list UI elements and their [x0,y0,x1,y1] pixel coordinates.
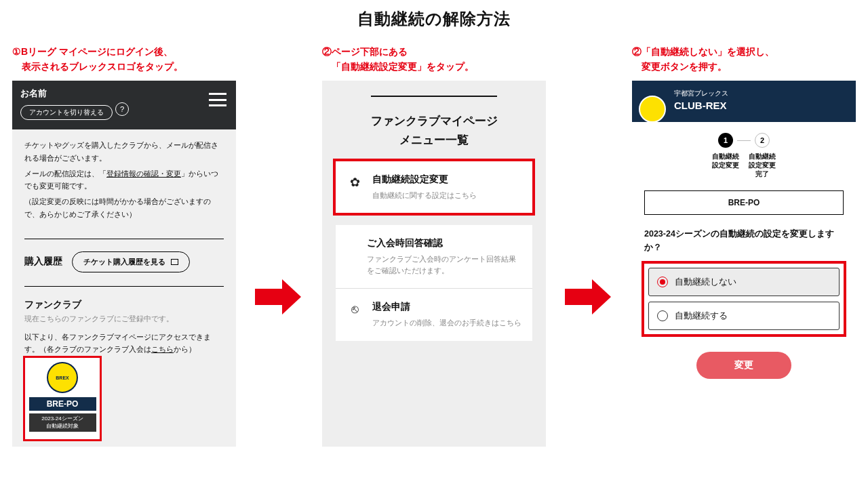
step-3-caption: ②「自動継続しない」を選択し、 変更ボタンを押す。 [632,45,856,74]
ticket-history-button[interactable]: チケット購入履歴を見る [72,251,190,272]
arrow-icon [565,279,614,314]
season-label: 2023-24シーズン 自動継続対象 [29,413,96,432]
step-3-phone: 宇都宮ブレックス CLUB-REX 1 2 自動継続 設定変更 自動継続 設定変… [632,81,856,447]
options-highlight: 自動継続しない 自動継続する [642,261,846,337]
brex-logo-icon: BREX [47,362,78,393]
arrow-icon [255,279,304,314]
step-label-2: 自動継続 設定変更 完了 [749,152,776,178]
join-fanclub-link[interactable]: こちら [151,345,174,353]
option-yes-renew[interactable]: 自動継続する [648,302,840,330]
settings-link[interactable]: 登録情報の確認・変更 [106,169,181,178]
fanclub-heading: ファンクラブ [24,299,81,311]
step-3-column: ②「自動継続しない」を選択し、 変更ボタンを押す。 宇都宮ブレックス CLUB-… [632,45,856,447]
page-title: 自動継続の解除方法 [0,8,868,30]
fanclub-subtext: 現在こちらのファンクラブにご登録中です。 [24,314,224,324]
progress-stepper: 1 2 [632,133,856,148]
external-icon [171,259,178,265]
step-1-column: ①Bリーグ マイページにログイン後、 表示されるブレックスロゴをタップ。 お名前… [12,45,236,447]
menu-item-auto-renewal[interactable]: ✿ 自動継続設定変更 自動継続に関する設定はこちら [336,161,532,214]
step-2-phone: ファンクラブマイページ メニュー一覧 ✿ 自動継続設定変更 自動継続に関する設定… [322,81,546,447]
purchase-history-heading: 購入履歴 [24,256,62,268]
mypage-notice: チケットやグッズを購入したクラブから、メールが配信される場合がございます。 メー… [12,129,236,230]
step-label-1: 自動継続 設定変更 [712,152,739,178]
mypage-header: お名前 アカウントを切り替える ? [12,81,236,129]
step-2-column: ②ページ下部にある 「自動継続設定変更」をタップ。 ファンクラブマイページ メニ… [322,45,546,447]
exit-icon: ⎋ [347,302,363,317]
confirm-question: 2023-24シーズンの自動継続の設定を変更しますか？ [644,227,844,254]
switch-account-button[interactable]: アカウントを切り替える [20,105,113,120]
step-1-phone: お名前 アカウントを切り替える ? チケットやグッズを購入したクラブから、メール… [12,81,236,447]
user-name-label: お名前 [20,87,228,100]
brex-logo-icon [639,96,666,123]
radio-unselected-icon [657,310,668,321]
radio-selected-icon [657,277,668,287]
change-button[interactable]: 変更 [696,352,791,379]
menu-heading: ファンクラブマイページ メニュー一覧 [329,112,539,148]
club-header: 宇都宮ブレックス CLUB-REX [632,81,856,122]
step-2-caption: ②ページ下部にある 「自動継続設定変更」をタップ。 [322,45,546,74]
menu-item-withdraw[interactable]: ⎋ 退会申請 アカウントの削除、退会のお手続きはこちら [336,289,532,341]
step-dot-1: 1 [718,133,733,148]
hamburger-menu-icon[interactable] [209,93,226,106]
step-dot-2: 2 [755,133,770,148]
option-no-renew[interactable]: 自動継続しない [648,268,840,296]
brex-club-tile[interactable]: BREX BRE-PO 2023-24シーズン 自動継続対象 [23,356,102,441]
step-1-caption: ①Bリーグ マイページにログイン後、 表示されるブレックスロゴをタップ。 [12,45,236,74]
menu-item-survey[interactable]: ご入会時回答確認 ファンクラブご入会時のアンケート回答結果をご確認いただけます。 [336,225,532,289]
brepo-label: BRE-PO [29,397,96,411]
brepo-box: BRE-PO [644,190,844,215]
help-icon[interactable]: ? [115,102,129,116]
settings-icon: ✿ [347,175,363,190]
